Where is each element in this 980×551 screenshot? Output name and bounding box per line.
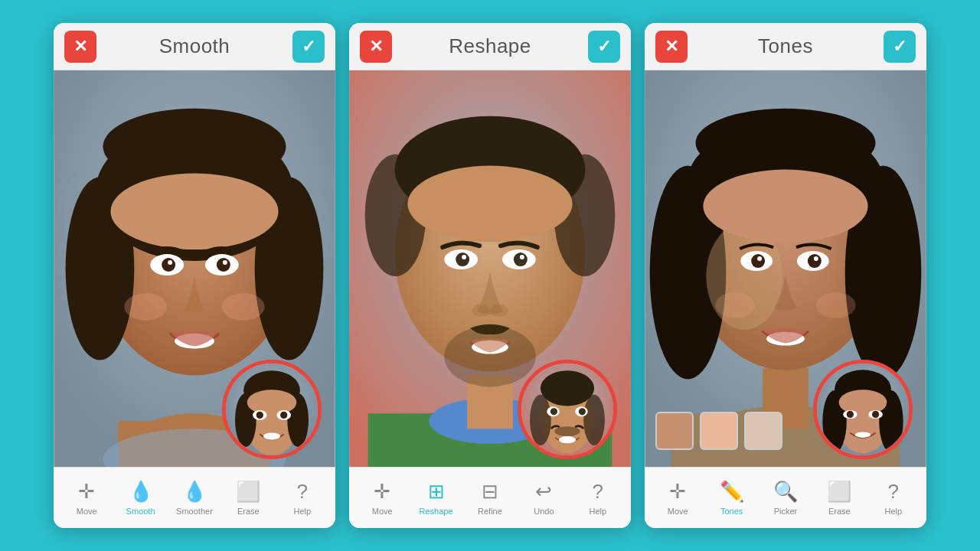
tones-tones-label: Tones bbox=[720, 507, 743, 516]
reshape-refine-label: Refine bbox=[478, 507, 502, 516]
svg-point-83 bbox=[816, 292, 856, 318]
move-label: Move bbox=[77, 507, 97, 516]
smoother-label: Smoother bbox=[176, 507, 213, 516]
smoother-icon: 💧 bbox=[182, 480, 207, 504]
svg-point-24 bbox=[247, 390, 297, 415]
tones-confirm-button[interactable]: ✓ bbox=[884, 31, 916, 63]
reshape-help-icon: ? bbox=[593, 480, 603, 504]
svg-point-63 bbox=[554, 426, 580, 436]
tones-tool-move[interactable]: ✛ Move bbox=[656, 480, 699, 516]
svg-point-49 bbox=[472, 305, 490, 317]
tones-header: ✕ Tones ✓ bbox=[645, 23, 926, 70]
svg-point-45 bbox=[456, 253, 469, 266]
tones-help-icon: ? bbox=[888, 480, 899, 504]
smooth-image-area bbox=[54, 70, 335, 467]
tones-move-label: Move bbox=[668, 507, 688, 516]
svg-point-94 bbox=[855, 432, 871, 438]
reshape-header: ✕ Reshape ✓ bbox=[349, 23, 631, 70]
svg-point-41 bbox=[463, 122, 517, 153]
svg-point-14 bbox=[168, 260, 172, 265]
svg-point-92 bbox=[847, 411, 854, 418]
reshape-title: Reshape bbox=[449, 34, 531, 58]
help-label: Help bbox=[293, 507, 311, 516]
svg-point-56 bbox=[530, 395, 551, 445]
reshape-tool-move[interactable]: ✛ Move bbox=[361, 480, 403, 516]
smooth-before-face bbox=[226, 364, 318, 455]
tones-panel: ✕ Tones ✓ bbox=[645, 23, 926, 528]
svg-point-42 bbox=[407, 166, 572, 243]
svg-point-28 bbox=[280, 412, 287, 419]
smooth-tool-move[interactable]: ✛ Move bbox=[65, 480, 108, 516]
smooth-icon: 💧 bbox=[129, 480, 153, 504]
svg-point-51 bbox=[444, 326, 536, 387]
tones-help-label: Help bbox=[884, 507, 902, 516]
reshape-toolbar: ✛ Move ⊞ Reshape ⊟ Refine ↩ Undo ? Help bbox=[349, 467, 631, 528]
tones-tones-icon: ✏️ bbox=[720, 480, 744, 504]
svg-point-61 bbox=[579, 408, 586, 415]
smooth-tool-smooth[interactable]: 💧 Smooth bbox=[119, 480, 162, 516]
reshape-tool-help[interactable]: ? Help bbox=[577, 480, 619, 516]
erase-label: Erase bbox=[237, 507, 260, 516]
erase-icon: ⬜ bbox=[236, 480, 260, 504]
tones-move-icon: ✛ bbox=[669, 480, 686, 504]
reshape-tool-reshape[interactable]: ⊞ Reshape bbox=[415, 480, 458, 516]
smooth-tool-erase[interactable]: ⬜ Erase bbox=[227, 480, 270, 516]
tones-title: Tones bbox=[758, 34, 813, 58]
svg-point-46 bbox=[514, 253, 528, 266]
tones-swatches bbox=[655, 412, 782, 450]
reshape-cancel-button[interactable]: ✕ bbox=[360, 31, 392, 63]
tones-swatch-1[interactable] bbox=[655, 412, 694, 450]
smooth-header: ✕ Smooth ✓ bbox=[54, 23, 335, 70]
tones-before-circle bbox=[813, 360, 913, 459]
svg-point-13 bbox=[217, 258, 230, 272]
svg-point-9 bbox=[110, 173, 278, 249]
tones-tool-picker[interactable]: 🔍 Picker bbox=[764, 480, 807, 516]
smooth-label: Smooth bbox=[126, 507, 155, 516]
svg-point-15 bbox=[223, 260, 227, 265]
tones-swatch-2[interactable] bbox=[700, 412, 738, 450]
reshape-refine-icon: ⊟ bbox=[482, 480, 498, 504]
smooth-confirm-button[interactable]: ✓ bbox=[292, 31, 325, 63]
smooth-title: Smooth bbox=[159, 34, 230, 58]
svg-point-80 bbox=[814, 256, 818, 261]
move-icon: ✛ bbox=[78, 480, 95, 504]
tones-before-face bbox=[817, 364, 909, 455]
svg-point-57 bbox=[583, 395, 605, 445]
tones-erase-icon: ⬜ bbox=[827, 480, 851, 504]
svg-point-17 bbox=[124, 293, 167, 321]
reshape-tool-undo[interactable]: ↩ Undo bbox=[522, 480, 565, 516]
tones-tool-erase[interactable]: ⬜ Erase bbox=[818, 480, 861, 516]
svg-point-55 bbox=[541, 370, 594, 406]
svg-point-62 bbox=[559, 436, 576, 443]
tones-swatch-3[interactable] bbox=[744, 412, 782, 450]
tones-tool-help[interactable]: ? Help bbox=[872, 480, 915, 516]
reshape-face bbox=[349, 70, 631, 467]
smooth-tool-smoother[interactable]: 💧 Smoother bbox=[173, 480, 216, 516]
reshape-confirm-button[interactable]: ✓ bbox=[588, 31, 620, 63]
svg-point-77 bbox=[751, 254, 765, 268]
svg-point-78 bbox=[808, 254, 822, 268]
reshape-tool-refine[interactable]: ⊟ Refine bbox=[469, 480, 511, 516]
reshape-move-label: Move bbox=[372, 507, 393, 516]
svg-point-18 bbox=[222, 293, 265, 321]
svg-point-93 bbox=[872, 411, 879, 418]
smooth-tool-help[interactable]: ? Help bbox=[281, 480, 324, 516]
svg-point-27 bbox=[256, 412, 263, 419]
tones-face bbox=[645, 70, 926, 467]
reshape-before-circle bbox=[518, 360, 617, 459]
svg-point-79 bbox=[757, 256, 762, 261]
reshape-undo-label: Undo bbox=[534, 507, 554, 516]
svg-point-47 bbox=[462, 255, 466, 259]
reshape-before-face bbox=[521, 364, 613, 455]
help-icon: ? bbox=[297, 480, 308, 504]
reshape-undo-icon: ↩ bbox=[535, 480, 552, 504]
reshape-help-label: Help bbox=[589, 507, 606, 516]
smooth-cancel-button[interactable]: ✕ bbox=[64, 31, 96, 63]
tones-tool-tones[interactable]: ✏️ Tones bbox=[710, 480, 753, 516]
tones-erase-label: Erase bbox=[828, 507, 851, 516]
reshape-image-area bbox=[349, 70, 631, 467]
smooth-face bbox=[54, 70, 335, 467]
reshape-reshape-label: Reshape bbox=[420, 507, 453, 516]
svg-point-74 bbox=[703, 170, 867, 243]
tones-cancel-button[interactable]: ✕ bbox=[655, 31, 688, 63]
